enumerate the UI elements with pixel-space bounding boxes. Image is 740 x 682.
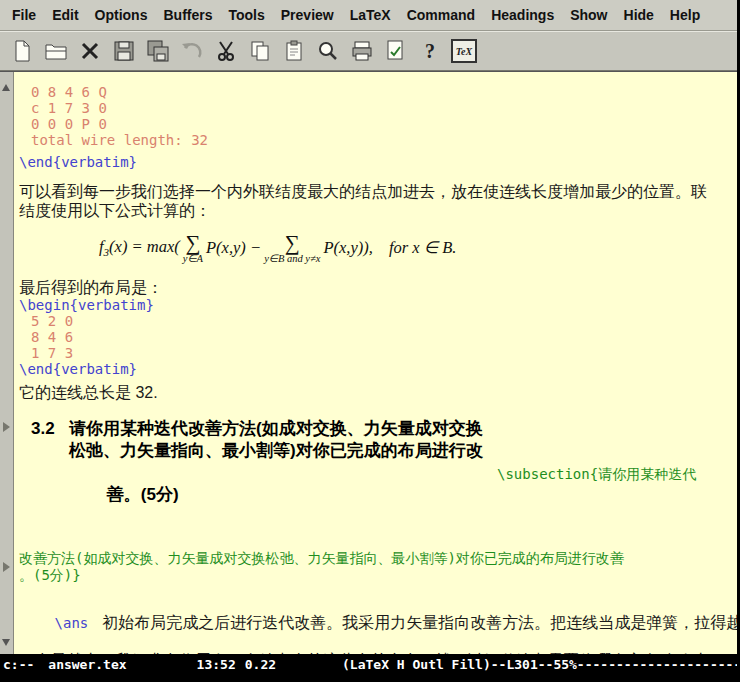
help-button[interactable]: ? [416,37,444,65]
menu-options[interactable]: Options [87,4,156,26]
latex-subsection-code: 改善方法(如成对交换、力矢量成对交换松弛、力矢量指向、最小割等)对你已完成的布局… [19,550,737,567]
scroll-up-arrow[interactable] [2,84,10,91]
section-heading: 善。(5分) \subsection{请你用某种迭代 [19,462,737,550]
modeline-position: --L301--55%-----------------------------… [491,657,737,672]
modeline-time: 13:52 [197,657,236,672]
latex-preview-button[interactable]: TeX [450,37,478,65]
xemacs-window: File Edit Options Buffers Tools Preview … [0,0,740,682]
new-file-icon [10,39,34,63]
fringe-mark [3,422,10,432]
modeline-filename: answer.tex [48,657,126,672]
close-buffer-button[interactable] [76,37,104,65]
tex-label: TeX [456,46,472,57]
help-icon: ? [425,40,435,63]
modeline[interactable]: c:-- answer.tex 13:52 0.22 (LaTeX H Outl… [0,654,737,674]
editor-buffer[interactable]: 0 8 4 6 Q c 1 7 3 0 0 0 0 P 0 total wire… [14,72,737,654]
verbatim-line: c 1 7 3 0 [19,100,737,116]
menu-latex[interactable]: LaTeX [342,4,399,26]
formula-condition: for x ∈ B. [389,238,457,258]
paragraph-line: 最后得到的布局是： [19,278,737,297]
latex-preview-icon: TeX [451,39,477,63]
main-area: 0 8 4 6 Q c 1 7 3 0 0 0 0 P 0 total wire… [0,71,737,654]
paragraph-line: 结度使用以下公式计算的： [19,201,737,220]
copy-icon [248,39,272,63]
fringe-mark [3,562,10,572]
menu-help[interactable]: Help [662,4,708,26]
section-heading: 3.2 请你用某种迭代改善方法(如成对交换、力矢量成对交换 [19,418,737,440]
sum-symbol: ∑y∈A [183,233,203,264]
toolbar: ? TeX [0,31,737,71]
undo-icon [180,39,204,63]
formula-tail: P(x,y)), [323,238,372,258]
paste-clipboard-icon [282,39,306,63]
echo-area [0,674,737,682]
menu-buffers[interactable]: Buffers [155,4,220,26]
spell-check-button[interactable] [382,37,410,65]
copy-button[interactable] [246,37,274,65]
verbatim-line: 8 4 6 [19,329,737,345]
modeline-coding: c:-- [3,657,34,672]
search-button[interactable] [314,37,342,65]
verbatim-line: 1 7 3 [19,345,737,361]
section-number: 3.2 [31,418,69,440]
modeline-modes: (LaTeX H Outl Fill) [342,657,491,672]
verbatim-line: 0 8 4 6 Q [19,84,737,100]
save-button[interactable] [110,37,138,65]
scroll-down-arrow[interactable] [2,639,10,646]
menu-tools[interactable]: Tools [220,4,272,26]
undo-button[interactable] [178,37,206,65]
paragraph-line: 可以看到每一步我们选择一个内外联结度最大的结点加进去，放在使连线长度增加最少的位… [19,182,737,201]
latex-subsection-code: \subsection{请你用某种迭代 [497,466,696,483]
formula-f3: f3(x) = max( ∑y∈A P(x,y) − ∑y∈B and y≠x … [99,228,737,268]
menu-command[interactable]: Command [399,4,483,26]
latex-end-verbatim: \end{verbatim} [19,154,737,170]
verbatim-line: 5 2 0 [19,313,737,329]
section-title-line: 请你用某种迭代改善方法(如成对交换、力矢量成对交换 [69,418,483,440]
menu-hide[interactable]: Hide [616,4,662,26]
new-file-button[interactable] [8,37,36,65]
latex-subsection-code: 。(5分)} [19,567,737,584]
scrollbar[interactable] [0,72,14,654]
save-all-button[interactable] [144,37,172,65]
formula-lhs: f3(x) = max( [99,237,180,258]
modeline-load: 0.22 [245,657,276,672]
printer-icon [350,39,374,63]
menu-headings[interactable]: Headings [483,4,562,26]
menu-edit[interactable]: Edit [44,4,86,26]
paste-button[interactable] [280,37,308,65]
save-disk-icon [112,39,136,63]
menu-preview[interactable]: Preview [273,4,342,26]
verbatim-line: 0 0 0 P 0 [19,116,737,132]
formula-mid: P(x,y) − [206,238,261,258]
answer-paragraph: \ans初始布局完成之后进行迭代改善。我采用力矢量指向改善方法。把连线当成是弹簧… [19,594,737,651]
menubar: File Edit Options Buffers Tools Preview … [0,0,737,31]
cut-button[interactable] [212,37,240,65]
close-icon [78,39,102,63]
section-heading: 松弛、力矢量指向、最小割等)对你已完成的布局进行改 [19,440,737,462]
menu-file[interactable]: File [4,4,44,26]
paragraph-line: 它的连线总长是 32. [19,383,737,402]
section-title-line: 善。(5分) [107,485,179,504]
save-all-icon [146,39,170,63]
spell-check-icon [384,39,408,63]
open-file-icon [44,39,68,63]
latex-begin-verbatim: \begin{verbatim} [19,297,737,313]
cut-scissors-icon [214,39,238,63]
print-button[interactable] [348,37,376,65]
verbatim-line: total wire length: 32 [19,132,737,148]
paragraph-line: 初始布局完成之后进行迭代改善。我采用力矢量指向改善方法。把连线当成是弹簧，拉得越… [102,614,737,631]
sum-symbol: ∑y∈B and y≠x [264,233,320,264]
open-file-button[interactable] [42,37,70,65]
latex-ans-macro: \ans [55,615,89,631]
latex-end-verbatim: \end{verbatim} [19,361,737,377]
paragraph-line: ，力量越大。我们求出作用在一个结点上的这些力的合力，就可以知道结点需要往哪个方向… [19,651,737,654]
search-icon [316,39,340,63]
menu-show[interactable]: Show [562,4,615,26]
